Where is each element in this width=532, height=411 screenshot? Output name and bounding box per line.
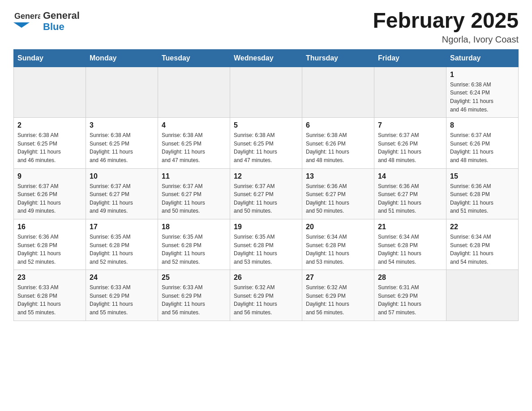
- day-info: Sunrise: 6:37 AM Sunset: 6:26 PM Dayligh…: [378, 131, 442, 164]
- day-info: Sunrise: 6:36 AM Sunset: 6:28 PM Dayligh…: [450, 182, 515, 215]
- day-number: 1: [450, 71, 515, 79]
- table-row: 8Sunrise: 6:37 AM Sunset: 6:26 PM Daylig…: [446, 118, 519, 168]
- table-row: 25Sunrise: 6:33 AM Sunset: 6:29 PM Dayli…: [158, 270, 230, 321]
- day-info: Sunrise: 6:37 AM Sunset: 6:27 PM Dayligh…: [90, 182, 154, 215]
- table-row: 20Sunrise: 6:34 AM Sunset: 6:28 PM Dayli…: [302, 219, 374, 270]
- day-number: 19: [234, 223, 298, 231]
- day-info: Sunrise: 6:38 AM Sunset: 6:25 PM Dayligh…: [234, 131, 298, 164]
- day-info: Sunrise: 6:38 AM Sunset: 6:25 PM Dayligh…: [90, 131, 154, 164]
- svg-text:General: General: [14, 12, 40, 21]
- table-row: 10Sunrise: 6:37 AM Sunset: 6:27 PM Dayli…: [86, 168, 158, 219]
- location: Ngorla, Ivory Coast: [373, 34, 519, 45]
- day-info: Sunrise: 6:32 AM Sunset: 6:29 PM Dayligh…: [234, 283, 298, 317]
- table-row: 23Sunrise: 6:33 AM Sunset: 6:28 PM Dayli…: [14, 270, 86, 321]
- day-info: Sunrise: 6:34 AM Sunset: 6:28 PM Dayligh…: [378, 233, 442, 266]
- day-info: Sunrise: 6:38 AM Sunset: 6:25 PM Dayligh…: [162, 131, 226, 164]
- calendar-week-row: 16Sunrise: 6:36 AM Sunset: 6:28 PM Dayli…: [14, 219, 519, 270]
- day-number: 7: [378, 121, 442, 129]
- table-row: 11Sunrise: 6:37 AM Sunset: 6:27 PM Dayli…: [158, 168, 230, 219]
- col-thursday: Thursday: [302, 49, 374, 67]
- table-row: 7Sunrise: 6:37 AM Sunset: 6:26 PM Daylig…: [374, 118, 446, 168]
- calendar-week-row: 2Sunrise: 6:38 AM Sunset: 6:25 PM Daylig…: [14, 118, 519, 168]
- day-number: 14: [378, 172, 442, 180]
- table-row: 2Sunrise: 6:38 AM Sunset: 6:25 PM Daylig…: [14, 118, 86, 168]
- day-info: Sunrise: 6:33 AM Sunset: 6:28 PM Dayligh…: [17, 283, 82, 317]
- day-number: 15: [450, 172, 515, 180]
- table-row: 1Sunrise: 6:38 AM Sunset: 6:24 PM Daylig…: [446, 67, 519, 117]
- calendar-week-row: 23Sunrise: 6:33 AM Sunset: 6:28 PM Dayli…: [14, 270, 519, 321]
- table-row: 13Sunrise: 6:36 AM Sunset: 6:27 PM Dayli…: [302, 168, 374, 219]
- table-row: [302, 67, 374, 117]
- day-number: 6: [306, 121, 370, 129]
- table-row: 24Sunrise: 6:33 AM Sunset: 6:29 PM Dayli…: [86, 270, 158, 321]
- day-number: 24: [90, 274, 154, 282]
- table-row: 19Sunrise: 6:35 AM Sunset: 6:28 PM Dayli…: [230, 219, 302, 270]
- table-row: [230, 67, 302, 117]
- svg-marker-1: [13, 22, 30, 28]
- day-info: Sunrise: 6:37 AM Sunset: 6:27 PM Dayligh…: [162, 182, 226, 215]
- day-number: 27: [306, 274, 370, 282]
- table-row: [158, 67, 230, 117]
- day-number: 21: [378, 223, 442, 231]
- col-wednesday: Wednesday: [230, 49, 302, 67]
- table-row: 22Sunrise: 6:34 AM Sunset: 6:28 PM Dayli…: [446, 219, 519, 270]
- col-monday: Monday: [86, 49, 158, 67]
- logo: General GeneralBlue: [13, 9, 80, 34]
- page-header: General GeneralBlue February 2025 Ngorla…: [13, 9, 519, 45]
- calendar-table: Sunday Monday Tuesday Wednesday Thursday…: [13, 49, 519, 321]
- logo-svg: General: [13, 9, 40, 34]
- day-info: Sunrise: 6:38 AM Sunset: 6:24 PM Dayligh…: [450, 81, 515, 114]
- col-saturday: Saturday: [446, 49, 519, 67]
- day-info: Sunrise: 6:38 AM Sunset: 6:26 PM Dayligh…: [306, 131, 370, 164]
- day-number: 11: [162, 172, 226, 180]
- day-number: 17: [90, 223, 154, 231]
- table-row: [86, 67, 158, 117]
- day-info: Sunrise: 6:33 AM Sunset: 6:29 PM Dayligh…: [162, 283, 226, 317]
- day-number: 26: [234, 274, 298, 282]
- day-info: Sunrise: 6:31 AM Sunset: 6:29 PM Dayligh…: [378, 283, 442, 317]
- table-row: 9Sunrise: 6:37 AM Sunset: 6:26 PM Daylig…: [14, 168, 86, 219]
- table-row: 26Sunrise: 6:32 AM Sunset: 6:29 PM Dayli…: [230, 270, 302, 321]
- day-info: Sunrise: 6:35 AM Sunset: 6:28 PM Dayligh…: [162, 233, 226, 266]
- table-row: [14, 67, 86, 117]
- day-number: 16: [17, 223, 82, 231]
- day-info: Sunrise: 6:32 AM Sunset: 6:29 PM Dayligh…: [306, 283, 370, 317]
- day-number: 13: [306, 172, 370, 180]
- day-number: 22: [450, 223, 515, 231]
- day-number: 9: [17, 172, 82, 180]
- day-number: 8: [450, 121, 515, 129]
- day-number: 28: [378, 274, 442, 282]
- day-number: 18: [162, 223, 226, 231]
- day-info: Sunrise: 6:37 AM Sunset: 6:26 PM Dayligh…: [17, 182, 82, 215]
- day-number: 4: [162, 121, 226, 129]
- day-info: Sunrise: 6:36 AM Sunset: 6:27 PM Dayligh…: [378, 182, 442, 215]
- month-title: February 2025: [373, 9, 519, 33]
- calendar-header-row: Sunday Monday Tuesday Wednesday Thursday…: [14, 49, 519, 67]
- table-row: 15Sunrise: 6:36 AM Sunset: 6:28 PM Dayli…: [446, 168, 519, 219]
- day-info: Sunrise: 6:37 AM Sunset: 6:26 PM Dayligh…: [450, 131, 515, 164]
- table-row: [374, 67, 446, 117]
- table-row: 5Sunrise: 6:38 AM Sunset: 6:25 PM Daylig…: [230, 118, 302, 168]
- title-block: February 2025 Ngorla, Ivory Coast: [373, 9, 519, 45]
- day-info: Sunrise: 6:36 AM Sunset: 6:27 PM Dayligh…: [306, 182, 370, 215]
- day-number: 23: [17, 274, 82, 282]
- day-number: 20: [306, 223, 370, 231]
- day-info: Sunrise: 6:34 AM Sunset: 6:28 PM Dayligh…: [450, 233, 515, 266]
- day-number: 25: [162, 274, 226, 282]
- day-info: Sunrise: 6:36 AM Sunset: 6:28 PM Dayligh…: [17, 233, 82, 266]
- day-number: 3: [90, 121, 154, 129]
- day-info: Sunrise: 6:35 AM Sunset: 6:28 PM Dayligh…: [234, 233, 298, 266]
- day-number: 10: [90, 172, 154, 180]
- table-row: 14Sunrise: 6:36 AM Sunset: 6:27 PM Dayli…: [374, 168, 446, 219]
- calendar-week-row: 1Sunrise: 6:38 AM Sunset: 6:24 PM Daylig…: [14, 67, 519, 117]
- table-row: 28Sunrise: 6:31 AM Sunset: 6:29 PM Dayli…: [374, 270, 446, 321]
- day-info: Sunrise: 6:38 AM Sunset: 6:25 PM Dayligh…: [17, 131, 82, 164]
- day-info: Sunrise: 6:35 AM Sunset: 6:28 PM Dayligh…: [90, 233, 154, 266]
- calendar-week-row: 9Sunrise: 6:37 AM Sunset: 6:26 PM Daylig…: [14, 168, 519, 219]
- day-number: 5: [234, 121, 298, 129]
- col-tuesday: Tuesday: [158, 49, 230, 67]
- table-row: 18Sunrise: 6:35 AM Sunset: 6:28 PM Dayli…: [158, 219, 230, 270]
- day-number: 12: [234, 172, 298, 180]
- table-row: 27Sunrise: 6:32 AM Sunset: 6:29 PM Dayli…: [302, 270, 374, 321]
- table-row: 12Sunrise: 6:37 AM Sunset: 6:27 PM Dayli…: [230, 168, 302, 219]
